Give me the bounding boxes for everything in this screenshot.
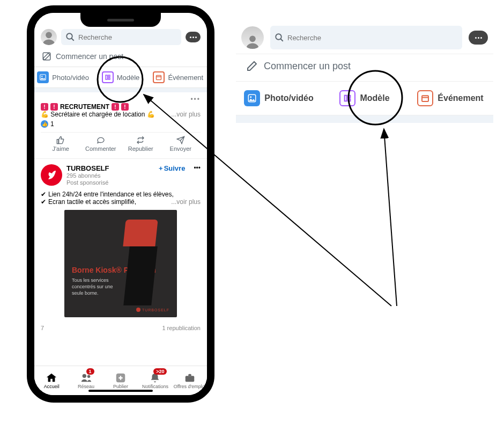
profile-avatar[interactable] (41, 29, 57, 45)
send-icon (176, 136, 185, 144)
post-menu-icon[interactable]: ••• (190, 96, 201, 103)
nav-home[interactable]: Accueil (34, 366, 69, 395)
edit-icon (246, 60, 258, 72)
search-icon (65, 32, 75, 42)
search-input[interactable] (78, 33, 177, 41)
photo-icon (244, 90, 260, 106)
svg-rect-8 (108, 78, 110, 79)
phone-notch (80, 13, 161, 27)
search-box[interactable] (61, 29, 181, 45)
post-actions: J'aime Commenter Republier Envoyer (41, 132, 201, 155)
like-reaction-icon: 👍 (41, 120, 48, 128)
option-event[interactable]: Événement (407, 90, 493, 106)
search-input[interactable] (287, 34, 458, 42)
option-label: Modèle (360, 93, 389, 103)
post-text: RECRUTEMENT (60, 103, 109, 111)
alert-emoji-icon (112, 103, 119, 111)
action-label: Envoyer (170, 145, 191, 152)
post-options-row: Photo/vidéo Modèle Événement (34, 67, 207, 88)
template-icon (102, 71, 114, 83)
svg-line-18 (280, 39, 283, 41)
send-button[interactable]: Envoyer (161, 133, 201, 155)
nav-label: Notifications (142, 384, 168, 389)
promo-brand: TURBOSELF (136, 308, 169, 312)
messages-icon[interactable] (186, 32, 201, 42)
profile-avatar[interactable] (241, 26, 264, 49)
sponsor-name[interactable]: TURBOSELF (66, 164, 109, 172)
nav-label: Publier (113, 384, 128, 389)
option-model[interactable]: Modèle (92, 71, 149, 83)
see-more-link[interactable]: ...voir plus (171, 198, 201, 206)
post-stats: 7 1 republication (34, 323, 207, 331)
option-label: Modèle (117, 74, 140, 82)
badge: >20 (153, 368, 167, 375)
nav-label: Accueil (44, 384, 60, 389)
action-label: J'aime (53, 145, 69, 152)
badge: 1 (86, 368, 94, 375)
feed-separator (34, 88, 207, 92)
alert-emoji-icon (41, 103, 48, 111)
thumb-icon (56, 136, 65, 144)
post-menu-icon[interactable]: ••• (194, 164, 201, 172)
nav-jobs[interactable]: Offres d'emploi (173, 366, 207, 395)
comment-button[interactable]: Commenter (81, 133, 121, 155)
stat-right: 1 republication (162, 325, 201, 331)
svg-rect-9 (157, 76, 161, 80)
sponsor-followers: 295 abonnés (66, 172, 109, 179)
option-event[interactable]: Événement (150, 71, 207, 83)
compose-post-button[interactable]: Commencer un post (236, 54, 493, 82)
app-header (236, 21, 493, 54)
sponsor-text: Ecran tactile et accès simplifié, (41, 198, 136, 206)
flex-emoji-icon: 💪 (147, 111, 155, 118)
annotation-arrow (384, 129, 397, 306)
like-button[interactable]: J'aime (41, 133, 81, 155)
edit-icon (42, 52, 51, 61)
stat-left: 7 (41, 325, 44, 331)
template-icon (339, 90, 355, 106)
search-box[interactable] (270, 26, 462, 49)
phone-side-button (27, 104, 27, 131)
phone-frame: Commencer un post Photo/vidéo Modèle Évé… (27, 5, 214, 403)
feed-post: ••• RECRUTEMENT 💪 Secrétaire et chargée … (34, 92, 207, 159)
option-label: Photo/vidéo (264, 93, 314, 103)
svg-rect-23 (349, 99, 351, 101)
svg-rect-6 (106, 75, 107, 79)
repost-icon (136, 136, 145, 144)
option-photo-video[interactable]: Photo/vidéo (34, 71, 92, 83)
reaction-count: 1 (50, 120, 54, 128)
action-label: Republier (128, 145, 153, 152)
alert-emoji-icon (121, 103, 129, 111)
compose-label: Commencer un post (56, 52, 123, 61)
home-indicator (88, 390, 153, 392)
option-photo-video[interactable]: Photo/vidéo (236, 90, 322, 106)
person-icon (245, 34, 260, 49)
promo-image[interactable]: Borne Kiosk® Premium Tous les services c… (64, 210, 177, 317)
follow-button[interactable]: + Suivre (159, 164, 185, 172)
svg-point-0 (46, 32, 52, 39)
promo-subtitle: Tous les services concentrés sur une seu… (72, 278, 125, 296)
sponsored-post: TURBOSELF 295 abonnés Post sponsorisé + … (34, 159, 207, 323)
phone-screen: Commencer un post Photo/vidéo Modèle Évé… (34, 13, 207, 395)
sponsor-logo[interactable] (41, 164, 62, 186)
enlarged-header-detail: Commencer un post Photo/vidéo Modèle Évé… (236, 21, 493, 123)
calendar-icon (417, 90, 433, 106)
sponsor-tag: Post sponsorisé (66, 179, 109, 186)
kiosk-illustration (124, 220, 167, 311)
option-model[interactable]: Modèle (322, 90, 407, 106)
nav-label: Réseau (78, 384, 94, 389)
svg-rect-24 (422, 96, 428, 101)
messages-icon[interactable] (469, 31, 488, 45)
compose-label: Commencer un post (264, 61, 351, 72)
compose-post-button[interactable]: Commencer un post (34, 48, 207, 67)
see-more-link[interactable]: ...voir plus (171, 111, 201, 118)
repost-button[interactable]: Republier (121, 133, 161, 155)
nav-label: Offres d'emploi (174, 384, 206, 389)
home-icon (46, 372, 57, 384)
plus-square-icon (115, 372, 127, 384)
feed-separator (236, 115, 493, 123)
svg-rect-7 (108, 75, 110, 77)
photo-icon (37, 71, 49, 83)
sponsor-text: Lien 24h/24 entre l'intendance et les él… (41, 191, 201, 198)
svg-point-12 (82, 374, 86, 378)
briefcase-icon (184, 372, 196, 384)
